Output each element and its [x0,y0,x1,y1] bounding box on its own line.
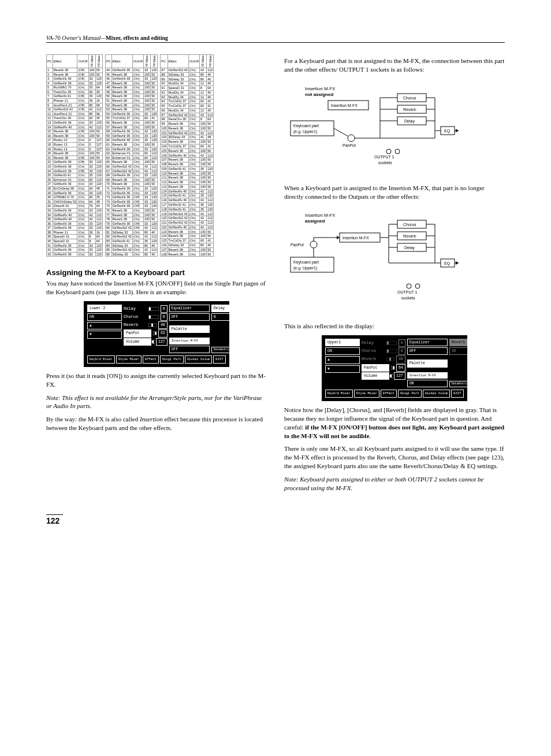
table-row: 100Reverb 38(On)10050 [161,126,214,131]
table-header: PC [47,55,53,68]
table-row: 83GtrRevSt 41(On)35120 [105,239,157,244]
lcd-part: Lower 2 [87,305,122,312]
right-p5: There is only one M-FX, so all Keyboard … [284,444,505,470]
table-row: 73GtrRevNr 39(Off)33120 [105,195,157,200]
table-row: 95TmCtrDly 37(On)6041 [161,104,214,109]
table-row: 20Reverb 38(On)10050 [47,151,103,156]
svg-marker-70 [456,261,459,265]
table-row: 78Reverb 38(On)10050 [105,217,157,222]
table-row: 107Reverb 38(On)10050 [161,158,214,162]
table-row: 76Reverb 38(On)10050 [105,208,157,213]
table-header: P9 Value [151,55,158,68]
effect-table-1: PCEffectOn/OffP6 ValueP9 Value1Reverb 38… [46,54,103,257]
svg-text:PanPot: PanPot [291,243,304,247]
svg-point-71 [407,284,411,288]
table-row: 108Reverb 38(On)10050 [161,162,214,167]
table-row: 41GtrRevNr 39(On)33120 [47,243,103,248]
table-row: 12TremCho 29(On)6035 [47,116,103,121]
table-row: 52Reverb 38(On)10050 [105,103,157,108]
table-row: 119GtrRevSt2 42(On)42112 [161,212,214,216]
table-row: 90ModDly 34(On)1240 [161,81,214,86]
svg-marker-32 [456,129,459,132]
table-row: 88StDelay 33(On)8040 [161,72,214,77]
table-row: 80GtrRevSt2 42(Off)42112 [105,226,157,231]
table-row: 62GtrRevNr 39(On)33120 [105,147,157,151]
note-2: Note: Keyboard parts assigned to either … [284,475,505,492]
effect-table-2: PCEffectOn/OffP6 ValueP9 Value44GtrRevNr… [105,54,158,257]
table-header: Effect [111,55,132,68]
table-row: 60GtrRevNr 39(On)33120 [105,138,157,143]
table-row: 89StDelay 33(On)8040 [161,77,214,81]
table-row: 113Reverb 38(On)10050 [161,184,214,189]
lcd-bottom-button: Keybrd Mixer [87,355,115,364]
table-row: 35GtrRevRv 40(On)42112 [47,217,103,222]
table-row: 33GtrRevNr 39(On)33120 [47,208,103,213]
right-column: For a Keyboard part that is not assigned… [284,54,505,497]
table-row: 75GtrRevNr 39(Off)33120 [105,204,157,209]
svg-text:not assigned: not assigned [305,92,333,97]
section-heading: Assigning the M-FX to a Keyboard part [46,268,267,277]
table-row: 70Reverb 38(On)10050 [105,182,157,187]
table-row: 121GtrRevSt2 42(On)42112 [161,220,214,225]
table-row: 50Reverb 38(On)10050 [105,94,157,99]
table-row: 36GtrRevNr 39(On)33120 [47,221,103,226]
svg-text:PanPot: PanPot [342,143,356,147]
lcd-bottom-button: Singl Part [398,390,422,398]
table-row: 31ChDChDelay 52(On)6448 [47,199,103,204]
page-number: 122 [46,514,63,525]
table-row: 109GtrRevSt 41(On)35120 [161,166,214,171]
table-row: 9AutoPan1 21(Off)8096 [47,103,103,108]
table-row: 125TmCtrDly 37(On)6041 [161,239,214,243]
table-row: 111Reverb 38(On)10050 [161,176,214,180]
table-row: 56Reverb 38(On)10050 [105,121,157,125]
table-row: 3GtrRevNr 39(Off)33120 [47,77,103,81]
svg-line-18 [334,128,348,136]
left-column: PCEffectOn/OffP6 ValueP9 Value1Reverb 38… [46,54,267,497]
table-row: 27GtrRevNr 39(On)33120 [47,182,103,187]
table-row: 98HexaCho 28(On)864 [161,117,214,122]
table-row: 37GtrRevNr 39(On)33120 [47,226,103,231]
svg-text:Insertion M-FX: Insertion M-FX [342,236,369,240]
table-row: 55TmCtrDly 37(On)6041 [105,116,157,121]
lcd-bottom-button: Style Mixer [116,355,142,364]
lcd-bottom-button: Keybrd Mixer [325,390,353,398]
svg-text:Keyboard part: Keyboard part [293,124,319,128]
svg-text:Chorus: Chorus [403,223,416,227]
table-row: 93ModDly 34(On)1240 [161,95,214,99]
svg-text:OUTPUT 1: OUTPUT 1 [374,155,394,159]
table-header: P9 Value [95,55,102,68]
table-row: 61Reverb 38(On)10050 [105,143,157,147]
lcd-example-1: Lower 2 ON ▲ ▼ Delay0 Chorus0 Reverb40 P… [84,301,229,367]
right-p3: This is also reflected in the display: [284,322,505,331]
effect-tables: PCEffectOn/OffP6 ValueP9 Value1Reverb 38… [46,54,267,257]
table-row: 10GtrRevSt2 42(Off)42112 [47,108,103,112]
effect-table-3: PCEffectOn/OffP6 ValueP9 Value87GtrRevSt… [160,54,214,257]
up-icon: ▲ [325,356,360,364]
svg-text:Insertion M-FX: Insertion M-FX [331,103,358,108]
note-1: Note: This effect is not available for t… [46,394,267,411]
table-row: 94TmCtrDly 37(On)6041 [161,99,214,104]
table-row: 101GtrRevSt2 42(On)42112 [161,131,214,135]
table-row: 11AutoPan1 21(On)8096 [47,112,103,116]
down-icon: ▼ [87,331,122,338]
table-row: 48Reverb 38(On)10050 [105,86,157,90]
table-row: 86StDelay 33(On)8040 [105,252,157,257]
table-row: 51Reverb 38(On)10050 [105,99,157,103]
table-row: 67GtrRevSt2 42(On)42112 [105,169,157,173]
table-row: 5RoGtMlt1 70(On)5064 [47,86,103,90]
table-row: 44GtrRevNr 39(On)33120 [105,68,157,72]
table-header: Effect [167,55,188,68]
right-p4: Notice how the [Delay], [Chorus], and [R… [284,406,505,440]
table-row: 114GtrRevRv 40(On)42112 [161,189,214,194]
table-row: 57Reverb 38(On)10050 [105,125,157,129]
table-row: 126StDelay 33(On)8040 [161,243,214,247]
page-header: VA-76 Owner's Manual—Mixer, effects and … [46,35,505,43]
table-row: 103Reverb 38(On)10050 [161,140,214,144]
svg-point-33 [386,149,391,154]
table-row: 42GtrRevNr 39(On)33120 [47,248,103,253]
table-row: 127Reverb 38(On)10050 [161,247,214,252]
table-row: 22GtrRevNr 39(Off)33120 [47,160,103,165]
table-row: 24GtrRevNr 39(Off)33120 [47,169,103,173]
table-row: 59GtrRevNr 39(On)33120 [105,134,157,138]
lcd-bottom-button: EXIT [451,390,463,398]
